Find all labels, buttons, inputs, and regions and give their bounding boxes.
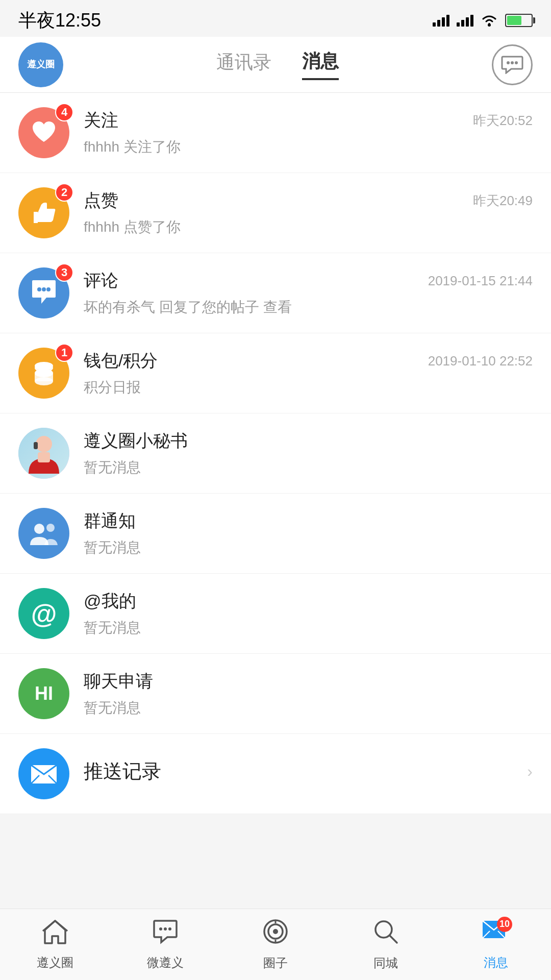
thumbs-up-icon <box>29 198 59 228</box>
svg-point-19 <box>46 524 55 532</box>
msg-content-comment: 评论 2019-01-15 21:44 坏的有杀气 回复了您的帖子 查看 <box>84 269 533 317</box>
arrow-right-icon: › <box>527 762 533 781</box>
svg-rect-17 <box>34 442 38 449</box>
svg-point-7 <box>42 287 46 291</box>
avatar-wrap-chatapply: HI <box>18 668 69 719</box>
msg-preview-atme: 暂无消息 <box>84 618 533 638</box>
nav-item-message[interactable]: 10 消息 <box>441 919 551 971</box>
nav-label-weizunyi: 微遵义 <box>147 954 184 971</box>
header-tabs: 通讯录 消息 <box>216 49 339 80</box>
status-bar: 半夜12:55 <box>0 0 551 37</box>
message-item-wallet[interactable]: 1 钱包/积分 2019-01-10 22:52 积分日报 <box>0 333 551 413</box>
msg-preview-follow: fhhhh 关注了你 <box>84 137 533 157</box>
avatar-wrap-pushrecord <box>18 748 69 799</box>
nav-label-home: 遵义圈 <box>37 954 73 971</box>
svg-rect-16 <box>38 452 50 462</box>
svg-point-25 <box>168 927 171 930</box>
message-list: 4 关注 昨天20:52 fhhhh 关注了你 2 点赞 昨天20:49 <box>0 93 551 814</box>
svg-point-2 <box>511 61 514 64</box>
msg-time-wallet: 2019-01-10 22:52 <box>428 353 533 369</box>
home-icon <box>42 919 68 950</box>
svg-point-23 <box>159 927 162 930</box>
avatar-wrap-groupnotice <box>18 508 69 559</box>
chat-bubble-icon <box>152 919 179 950</box>
svg-point-3 <box>515 61 518 64</box>
signal-icon-1 <box>433 15 449 27</box>
secretary-person-icon <box>18 428 69 479</box>
msg-title-atme: @我的 <box>84 590 136 613</box>
avatar-wrap-like: 2 <box>18 187 69 238</box>
svg-line-32 <box>390 936 397 943</box>
envelope-icon <box>28 758 60 790</box>
msg-preview-comment: 坏的有杀气 回复了您的帖子 查看 <box>84 298 533 317</box>
nav-item-weizunyi[interactable]: 微遵义 <box>110 919 220 971</box>
msg-time-comment: 2019-01-15 21:44 <box>428 273 533 289</box>
svg-point-15 <box>36 436 52 452</box>
message-item-chatapply[interactable]: HI 聊天申请 暂无消息 <box>0 654 551 734</box>
msg-title-like: 点赞 <box>84 189 118 212</box>
svg-point-18 <box>34 524 44 534</box>
nav-item-home[interactable]: 遵义圈 <box>0 919 110 971</box>
message-item-groupnotice[interactable]: 群通知 暂无消息 <box>0 494 551 574</box>
msg-title-pushrecord: 推送记录 <box>84 758 161 785</box>
nav-item-tongcheng[interactable]: 同城 <box>331 918 441 971</box>
message-item-follow[interactable]: 4 关注 昨天20:52 fhhhh 关注了你 <box>0 93 551 173</box>
nav-badge-message: 10 <box>497 917 512 932</box>
svg-point-8 <box>46 287 51 291</box>
tab-messages[interactable]: 消息 <box>302 49 339 80</box>
msg-title-secretary: 遵义圈小秘书 <box>84 429 188 453</box>
svg-point-0 <box>488 23 491 27</box>
status-time: 半夜12:55 <box>18 8 101 33</box>
msg-content-secretary: 遵义圈小秘书 暂无消息 <box>84 429 533 477</box>
message-item-like[interactable]: 2 点赞 昨天20:49 fhhhh 点赞了你 <box>0 173 551 253</box>
search-circle-icon <box>372 918 399 951</box>
target-icon <box>262 918 289 951</box>
nav-item-quanzi[interactable]: 圈子 <box>220 918 331 971</box>
chat-button[interactable] <box>492 44 533 85</box>
svg-point-1 <box>507 61 510 64</box>
svg-point-28 <box>273 929 278 934</box>
svg-point-6 <box>37 287 41 291</box>
msg-title-chatapply: 聊天申请 <box>84 670 153 693</box>
msg-content-atme: @我的 暂无消息 <box>84 590 533 638</box>
msg-preview-like: fhhhh 点赞了你 <box>84 217 533 237</box>
app-logo[interactable]: 遵义圈 <box>18 42 63 87</box>
tab-contacts[interactable]: 通讯录 <box>216 50 271 79</box>
svg-point-13 <box>35 362 53 370</box>
avatar-wrap-atme: @ <box>18 588 69 639</box>
avatar-wrap-secretary <box>18 428 69 479</box>
msg-preview-wallet: 积分日报 <box>84 378 533 397</box>
avatar-atme: @ <box>18 588 69 639</box>
chat-dots-icon <box>501 56 523 74</box>
badge-comment: 3 <box>55 263 73 282</box>
msg-content-groupnotice: 群通知 暂无消息 <box>84 509 533 557</box>
comment-bubble-icon <box>29 278 59 308</box>
status-icons <box>433 14 533 27</box>
avatar-wrap-follow: 4 <box>18 107 69 158</box>
avatar-wrap-wallet: 1 <box>18 348 69 399</box>
nav-label-tongcheng: 同城 <box>373 955 398 971</box>
heart-plus-icon <box>30 118 58 147</box>
header: 遵义圈 通讯录 消息 <box>0 37 551 93</box>
msg-preview-groupnotice: 暂无消息 <box>84 538 533 557</box>
msg-content-pushrecord: 推送记录 › <box>84 758 533 790</box>
badge-like: 2 <box>55 183 73 202</box>
signal-icon-2 <box>457 15 473 27</box>
msg-content-follow: 关注 昨天20:52 fhhhh 关注了你 <box>84 109 533 157</box>
message-mail-icon: 10 <box>482 919 510 950</box>
message-item-comment[interactable]: 3 评论 2019-01-15 21:44 坏的有杀气 回复了您的帖子 查看 <box>0 253 551 333</box>
nav-label-quanzi: 圈子 <box>263 955 288 971</box>
msg-content-like: 点赞 昨天20:49 fhhhh 点赞了你 <box>84 189 533 237</box>
message-item-secretary[interactable]: 遵义圈小秘书 暂无消息 <box>0 413 551 494</box>
coin-stack-icon <box>29 358 59 388</box>
message-item-pushrecord[interactable]: 推送记录 › <box>0 734 551 814</box>
group-person-icon <box>28 518 60 549</box>
logo-text: 遵义圈 <box>27 59 55 70</box>
nav-label-message: 消息 <box>484 954 508 971</box>
msg-title-wallet: 钱包/积分 <box>84 349 158 373</box>
message-item-atme[interactable]: @ @我的 暂无消息 <box>0 574 551 654</box>
msg-time-follow: 昨天20:52 <box>473 112 533 130</box>
avatar-wrap-comment: 3 <box>18 267 69 318</box>
msg-content-chatapply: 聊天申请 暂无消息 <box>84 670 533 718</box>
avatar-pushrecord <box>18 748 69 799</box>
